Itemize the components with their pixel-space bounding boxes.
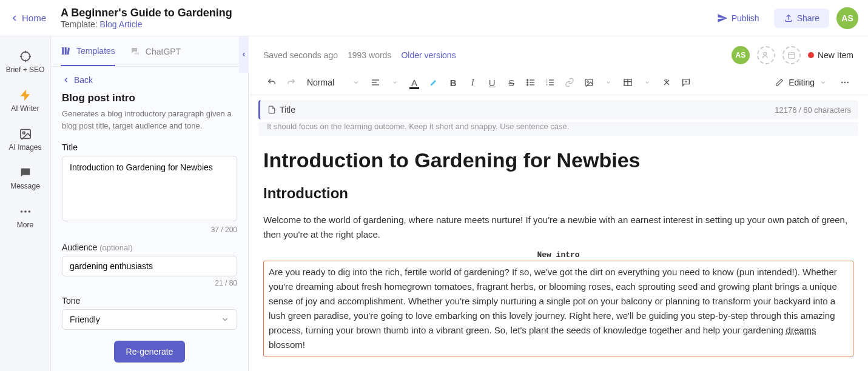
italic-button[interactable]: I <box>464 74 481 91</box>
undo-icon <box>267 78 277 87</box>
editing-mode-select[interactable]: Editing <box>768 75 834 90</box>
publish-label: Publish <box>732 13 759 23</box>
rail-ai-writer[interactable]: AI Writer <box>0 82 50 119</box>
share-button[interactable]: Share <box>774 8 829 28</box>
books-icon <box>61 45 72 56</box>
image-icon <box>19 127 32 141</box>
date-picker-button[interactable] <box>782 46 801 64</box>
svg-point-40 <box>841 82 843 83</box>
paragraph-intro[interactable]: Welcome to the world of gardening, where… <box>263 213 853 242</box>
numbered-list-button[interactable]: 123 <box>542 74 559 91</box>
left-rail: Brief + SEO AI Writer AI Images Message … <box>0 36 51 371</box>
paragraph-generated[interactable]: Are you ready to dig into the rich, fert… <box>269 265 848 352</box>
back-link[interactable]: Back <box>62 75 237 85</box>
panel-desc: Generates a blog introductory paragraph … <box>62 108 237 132</box>
editor-content[interactable]: Introduction to Gardening for Newbies In… <box>249 143 868 371</box>
doc-h2[interactable]: Introduction <box>263 185 853 202</box>
sidebar-tabs: Templates ChatGPT <box>51 36 248 67</box>
rail-images-label: AI Images <box>8 143 41 152</box>
chevron-left-icon <box>241 52 247 58</box>
tone-select[interactable]: Friendly <box>62 309 237 330</box>
image-button[interactable] <box>580 74 597 91</box>
toolbar: Normal A B I U S 123 T Editing <box>249 70 868 95</box>
title-textarea[interactable] <box>62 156 237 221</box>
editing-label: Editing <box>789 78 815 87</box>
tab-templates[interactable]: Templates <box>61 37 115 66</box>
svg-text:T: T <box>665 79 667 83</box>
sidebar-panel: Templates ChatGPT Back Blog post intro G… <box>51 36 249 371</box>
svg-rect-11 <box>62 47 64 55</box>
new-intro-label: New intro <box>263 250 853 259</box>
user-avatar[interactable]: AS <box>836 7 858 29</box>
svg-point-22 <box>527 84 528 85</box>
highlighter-icon <box>429 78 439 87</box>
dots-icon <box>19 205 32 218</box>
user-plus-icon <box>762 51 770 59</box>
chevron-down-icon <box>605 79 611 85</box>
bullet-list-button[interactable] <box>522 74 539 91</box>
rail-message[interactable]: Message <box>0 160 50 196</box>
svg-rect-12 <box>65 47 67 55</box>
image-dropdown[interactable] <box>600 74 617 91</box>
doc-h1[interactable]: Introduction to Gardening for Newbies <box>263 148 853 173</box>
regenerate-button[interactable]: Re-generate <box>114 341 186 363</box>
highlight-button[interactable] <box>425 74 442 91</box>
link-icon <box>565 78 574 87</box>
comment-button[interactable] <box>678 74 695 91</box>
status-indicator[interactable]: New Item <box>808 50 853 60</box>
editor-area: Saved seconds ago 1993 words Older versi… <box>249 36 868 371</box>
redo-button[interactable] <box>283 74 300 91</box>
chevron-down-icon <box>352 79 360 86</box>
target-icon <box>19 50 32 63</box>
chevron-down-icon <box>392 79 398 85</box>
undo-button[interactable] <box>263 74 280 91</box>
publish-button[interactable]: Publish <box>710 8 767 28</box>
bold-button[interactable]: B <box>445 74 462 91</box>
chevron-down-icon <box>221 315 229 324</box>
template-link[interactable]: Blog Article <box>100 19 143 29</box>
align-button[interactable] <box>367 74 384 91</box>
clear-format-icon: T <box>662 78 671 87</box>
paragraph-style-select[interactable]: Normal <box>302 75 365 90</box>
rail-writer-label: AI Writer <box>11 104 39 113</box>
rail-more[interactable]: More <box>0 199 50 235</box>
rail-ai-images[interactable]: AI Images <box>0 121 50 158</box>
gen-text-c: blossom! <box>269 339 305 350</box>
doc-template: Template: Blog Article <box>61 19 710 29</box>
svg-point-41 <box>844 82 846 83</box>
gen-text-a: Are you ready to dig into the rich, fert… <box>269 267 837 335</box>
more-toolbar-button[interactable] <box>836 74 853 91</box>
older-versions-link[interactable]: Older versions <box>401 50 456 60</box>
share-label: Share <box>797 13 819 23</box>
dots-icon <box>840 78 850 87</box>
svg-text:3: 3 <box>546 83 548 86</box>
send-icon <box>717 13 728 24</box>
add-collaborator-button[interactable] <box>757 46 775 64</box>
audience-field-label: Audience (optional) <box>62 242 237 252</box>
clear-format-button[interactable]: T <box>658 74 675 91</box>
link-button[interactable] <box>561 74 578 91</box>
svg-point-10 <box>28 210 30 213</box>
redo-icon <box>286 78 296 87</box>
table-icon <box>623 78 633 87</box>
svg-point-8 <box>20 210 22 213</box>
tone-field-label: Tone <box>62 296 237 306</box>
audience-input[interactable] <box>62 256 237 276</box>
collapse-sidebar-button[interactable] <box>239 36 249 73</box>
rail-brief-seo[interactable]: Brief + SEO <box>0 44 50 80</box>
strikethrough-button[interactable]: S <box>503 74 520 91</box>
align-dropdown[interactable] <box>386 74 403 91</box>
collab-avatar[interactable]: AS <box>732 46 750 64</box>
text-color-button[interactable]: A <box>406 74 423 91</box>
tab-chatgpt[interactable]: ChatGPT <box>130 38 181 65</box>
underline-button[interactable]: U <box>483 74 500 91</box>
title-char-count: 37 / 200 <box>62 226 237 234</box>
rail-message-label: Message <box>10 182 40 190</box>
chevron-down-icon <box>644 79 650 85</box>
chevron-down-icon <box>819 79 827 86</box>
table-button[interactable] <box>619 74 636 91</box>
svg-point-9 <box>24 210 27 213</box>
table-dropdown[interactable] <box>639 74 656 91</box>
home-link[interactable]: Home <box>10 13 46 23</box>
upload-icon <box>784 13 793 23</box>
